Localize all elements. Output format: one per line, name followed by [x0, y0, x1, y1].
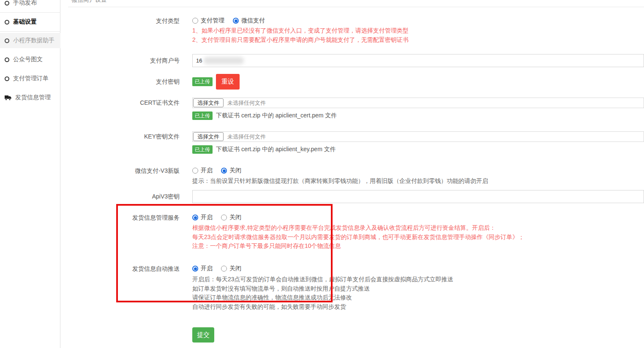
sidebar-item-label: 发货信息管理	[15, 94, 51, 101]
no-file-chosen-text: 未选择任何文件	[227, 133, 266, 141]
delivery-push-hint-3: 请保证订单物流信息的准确性，物流信息推送成功后无法修改	[192, 293, 644, 302]
radio-option[interactable]: 微信支付	[233, 17, 265, 24]
form-row-v3: 微信支付-V3新版 开启 关闭 提示：当前设置只针对新版微信提现打款（商家转账到…	[69, 167, 644, 186]
sidebar-divider	[0, 31, 60, 32]
form-row-cert-file: CERT证书文件 选择文件 未选择任何文件 已上传 下载证书 cert.zip …	[69, 98, 644, 120]
radio-label: 支付管理	[201, 17, 224, 24]
circle-icon	[5, 38, 9, 43]
delivery-push-hint-4: 自动进行同步发货有失败的可能，如失败需要手动同步发货	[192, 302, 644, 312]
delivery-service-note-2: 每天23点会定时请求微信服务器拉取一个月以内需要发货的订单到商城，也可手动更新在…	[192, 233, 644, 242]
radio-option[interactable]: 支付管理	[192, 17, 224, 24]
sidebar-item-payment-manage-orders[interactable]: 支付管理订单	[0, 72, 60, 85]
sidebar-item-manual-publish[interactable]: 手动发布	[0, 0, 60, 9]
radio-label: 开启	[201, 265, 213, 272]
main-content: 微信商户设置 支付类型 支付管理 微信支付 1、如果小程序里已经没有了微信支付入…	[69, 0, 644, 348]
sidebar-item-label: 支付管理订单	[13, 75, 49, 82]
sidebar-item-label: 小程序数据助手	[13, 37, 55, 44]
radio-icon[interactable]	[192, 168, 198, 174]
choose-file-button[interactable]: 选择文件	[193, 98, 224, 107]
uploaded-badge: 已上传	[192, 145, 213, 154]
delivery-service-note-3: 注意：一个商户订单号下最多只能同时存在10个物流信息	[192, 242, 644, 251]
delivery-push-radio-group: 开启 关闭	[192, 265, 644, 272]
form-row-pay-type: 支付类型 支付管理 微信支付 1、如果小程序里已经没有了微信支付入口，变成了支付…	[69, 17, 644, 44]
sidebar-item-label: 基础设置	[13, 18, 37, 26]
radio-icon[interactable]	[192, 266, 198, 272]
sidebar-divider	[0, 12, 60, 13]
radio-option[interactable]: 关闭	[221, 214, 241, 221]
page-title: 微信商户设置	[71, 0, 107, 4]
form-row-delivery-service: 发货信息管理服务 开启 关闭 根据微信小程序要求,特定类型的小程序需要在平台完成…	[69, 214, 644, 251]
wechat-merchant-settings-page: 手动发布 基础设置 小程序数据助手 公众号图文 支付管理订单	[0, 0, 644, 348]
radio-option[interactable]: 开启	[192, 167, 213, 174]
radio-option[interactable]: 关闭	[221, 265, 241, 272]
redaction-blur	[204, 57, 244, 64]
choose-file-button[interactable]: 选择文件	[193, 132, 224, 141]
sidebar-item-basic-settings[interactable]: 基础设置	[0, 16, 60, 28]
header-divider	[68, 7, 644, 7]
merchant-id-input[interactable]: 16	[192, 54, 644, 67]
form-row-submit: 提交	[69, 327, 644, 343]
field-label: 发货信息管理服务	[69, 214, 180, 221]
key-file-hint: 下载证书 cert.zip 中的 apiclient_key.pem 文件	[216, 146, 336, 153]
radio-option[interactable]: 关闭	[221, 167, 241, 174]
pay-type-note-1: 1、如果小程序里已经没有了微信支付入口，变成了支付管理，请选择支付管理类型	[192, 26, 644, 35]
delivery-service-note-1: 根据微信小程序要求,特定类型的小程序需要在平台完成发货信息录入及确认收货流程后方…	[192, 223, 644, 233]
delivery-push-hint-2: 如订单发货时没有填写物流单号，则自动推送时按用户自提方式推送	[192, 284, 644, 294]
radio-label: 开启	[201, 167, 213, 174]
pay-type-note-2: 2、支付管理目前只需要配置小程序里申请的商户号就能支付了，无需配置密钥证书	[192, 35, 644, 45]
field-label: 支付类型	[69, 17, 180, 24]
circle-icon	[5, 20, 9, 24]
radio-option[interactable]: 开启	[192, 265, 213, 272]
delivery-push-hint-1: 开启后：每天23点可发货的订单会自动推送到微信，虚拟订单支付后会直接按虚拟商品方…	[192, 275, 644, 284]
field-label: CERT证书文件	[69, 98, 180, 108]
form-row-pay-key: 支付密钥 已上传 重设	[69, 74, 644, 90]
field-label: 支付密钥	[69, 74, 180, 90]
uploaded-badge: 已上传	[192, 111, 213, 120]
uploaded-badge: 已上传	[192, 77, 213, 86]
field-label: 发货信息自动推送	[69, 265, 180, 272]
circle-icon	[5, 57, 9, 62]
merchant-id-value: 16	[196, 57, 202, 64]
sidebar-item-label: 手动发布	[13, 0, 37, 7]
circle-icon	[5, 76, 9, 81]
form-row-key-file: KEY密钥文件 选择文件 未选择任何文件 已上传 下载证书 cert.zip 中…	[69, 131, 644, 154]
radio-icon[interactable]	[192, 18, 198, 24]
delivery-service-radio-group: 开启 关闭	[192, 214, 644, 221]
radio-label: 关闭	[229, 265, 241, 272]
radio-icon[interactable]	[221, 168, 227, 174]
radio-icon[interactable]	[221, 266, 227, 272]
sidebar: 手动发布 基础设置 小程序数据助手 公众号图文 支付管理订单	[0, 0, 60, 348]
submit-button[interactable]: 提交	[192, 327, 214, 343]
field-label: KEY密钥文件	[69, 131, 180, 142]
circle-icon	[5, 1, 9, 5]
radio-icon[interactable]	[192, 215, 198, 220]
no-file-chosen-text: 未选择任何文件	[227, 99, 266, 107]
key-file-input[interactable]: 选择文件 未选择任何文件	[192, 131, 644, 142]
sidebar-item-official-account-articles[interactable]: 公众号图文	[0, 53, 60, 66]
cert-file-input[interactable]: 选择文件 未选择任何文件	[192, 98, 644, 108]
field-label: ApiV3密钥	[69, 190, 180, 203]
radio-option[interactable]: 开启	[192, 214, 213, 221]
sidebar-item-miniprogram-data-assistant[interactable]: 小程序数据助手	[0, 34, 60, 47]
field-label: 微信支付-V3新版	[69, 167, 180, 174]
sidebar-item-shipping-info-manage[interactable]: 发货信息管理	[0, 91, 60, 104]
truck-icon	[5, 95, 11, 101]
v3-hint: 提示：当前设置只针对新版微信提现打款（商家转账到零钱功能），用着旧版（企业付款到…	[192, 177, 644, 186]
v3-radio-group: 开启 关闭	[192, 167, 644, 174]
form-row-delivery-push: 发货信息自动推送 开启 关闭 开启后：每天23点可发货的订单会自动推送到微信，虚…	[69, 265, 644, 311]
radio-label: 开启	[201, 214, 213, 221]
radio-label: 微信支付	[241, 17, 265, 24]
field-label: 支付商户号	[69, 54, 180, 67]
radio-label: 关闭	[229, 214, 241, 221]
radio-icon[interactable]	[221, 215, 227, 220]
cert-file-hint: 下载证书 cert.zip 中的 apiclient_cert.pem 文件	[216, 112, 337, 120]
reset-key-button[interactable]: 重设	[216, 74, 240, 90]
radio-icon[interactable]	[233, 18, 239, 24]
sidebar-item-label: 公众号图文	[13, 56, 43, 63]
form-row-apiv3-key: ApiV3密钥	[69, 190, 644, 203]
radio-label: 关闭	[229, 167, 241, 174]
form-row-merchant-id: 支付商户号 16	[69, 54, 644, 67]
apiv3-key-input[interactable]	[192, 190, 644, 203]
pay-type-radio-group: 支付管理 微信支付	[192, 17, 644, 24]
